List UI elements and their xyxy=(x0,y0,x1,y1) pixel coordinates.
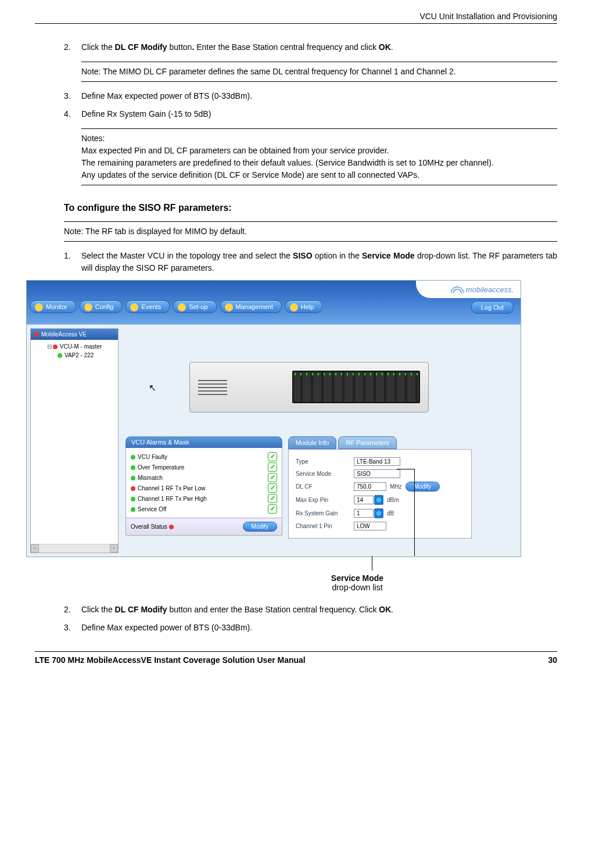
checkbox-icon[interactable]: ✓ xyxy=(268,504,277,514)
cursor-icon: ↖ xyxy=(149,382,156,393)
status-dot-icon xyxy=(34,332,39,337)
rf-type-value xyxy=(354,457,400,466)
maxpin-input[interactable] xyxy=(354,496,374,504)
alarms-modify-button[interactable]: Modify xyxy=(243,522,277,532)
dlcf-modify-button[interactable]: Modify xyxy=(406,482,440,492)
scroll-right-icon[interactable]: › xyxy=(110,544,118,553)
status-dot-icon xyxy=(169,525,174,529)
rf-maxpin-label: Max Exp Pin xyxy=(296,497,354,503)
stepper-icon[interactable] xyxy=(374,495,383,505)
alarm-row: VCU Faulty✓ xyxy=(131,451,277,462)
tab-monitor[interactable]: Monitor xyxy=(30,300,76,313)
tab-management[interactable]: Management xyxy=(220,300,282,313)
status-dot-icon xyxy=(131,507,135,512)
top-nav: Monitor Config Events Set-up Management … xyxy=(30,300,322,313)
rf-rxgain-label: Rx System Gain xyxy=(296,510,354,517)
rf-type-label: Type xyxy=(296,458,354,465)
callout-label: Service Mode drop-down list xyxy=(317,573,398,592)
rxgain-input[interactable] xyxy=(354,509,374,518)
tab-events[interactable]: Events xyxy=(125,300,170,313)
callout-line xyxy=(397,469,415,469)
checkbox-icon[interactable]: ✓ xyxy=(268,483,277,493)
alarm-row: Mismatch✓ xyxy=(131,472,277,483)
rf-dlcf-label: DL CF xyxy=(296,483,354,490)
footer-title: LTE 700 MHz MobileAccessVE Instant Cover… xyxy=(35,655,306,665)
device-image xyxy=(189,362,429,413)
section-heading: To configure the SISO RF parameters: xyxy=(64,203,557,213)
tab-config[interactable]: Config xyxy=(80,300,123,313)
tree-node-vcu[interactable]: ⊟VCU-M - master xyxy=(34,342,118,351)
status-dot-icon xyxy=(53,345,58,349)
callout-line xyxy=(372,556,372,571)
status-dot-icon xyxy=(131,497,135,501)
alarm-row: Over Temperature✓ xyxy=(131,462,277,472)
note-mimo-dlcf: Note: The MIMO DL CF parameter defines t… xyxy=(81,62,557,82)
checkbox-icon[interactable]: ✓ xyxy=(268,494,277,503)
note-rf-default: Note: The RF tab is displayed for MIMO b… xyxy=(64,221,557,242)
overall-status-bar: Overall Status Modify xyxy=(125,518,282,536)
alarms-header: VCU Alarms & Mask xyxy=(125,436,282,448)
logout-button[interactable]: Log Out xyxy=(471,301,514,314)
tree-node-vap[interactable]: VAP2 - 222 xyxy=(34,351,118,360)
scroll-left-icon[interactable]: ‹ xyxy=(31,544,39,553)
step-a4: 4. Define Rx System Gain (-15 to 5dB) xyxy=(64,108,557,120)
tab-module-info[interactable]: Module Info xyxy=(288,436,336,449)
step-b3: 3. Define Max expected power of BTS (0-3… xyxy=(64,622,557,634)
rf-tab-bar: Module Info RF Parameters xyxy=(288,436,397,449)
tree-scrollbar[interactable]: ‹› xyxy=(31,544,118,553)
alarm-row: Channel 1 RF Tx Pwr High✓ xyxy=(131,493,277,504)
status-dot-icon xyxy=(131,465,135,470)
alarms-panel: VCU Alarms & Mask VCU Faulty✓ Over Tempe… xyxy=(125,436,282,536)
ch1pin-value xyxy=(354,522,386,530)
rf-ch1pin-label: Channel 1 Pin xyxy=(296,523,354,529)
topology-tree: MobileAccess VE ⊟VCU-M - master VAP2 - 2… xyxy=(30,328,119,553)
step-b1: 1. Select the Master VCU in the topology… xyxy=(64,250,557,274)
brand-logo: mobileaccess. xyxy=(416,281,521,298)
alarm-row: Channel 1 RF Tx Pwr Low✓ xyxy=(131,483,277,493)
tab-rf-parameters[interactable]: RF Parameters xyxy=(338,436,397,449)
callout-line xyxy=(414,469,415,556)
status-dot-icon xyxy=(131,455,135,460)
stepper-icon[interactable] xyxy=(374,508,383,518)
alarm-row: Service Off✓ xyxy=(131,504,277,514)
step-a2: 2. Click the DL CF Modify button. Enter … xyxy=(64,41,557,53)
page-number: 30 xyxy=(548,655,557,665)
status-dot-icon xyxy=(131,476,135,480)
notes-block: Notes: Max expected Pin and DL CF parame… xyxy=(81,128,557,185)
status-dot-icon xyxy=(131,486,135,491)
step-a3: 3. Define Max expected power of BTS (0-3… xyxy=(64,90,557,102)
status-dot-icon xyxy=(58,353,62,358)
rf-mode-label: Service Mode xyxy=(296,471,354,477)
checkbox-icon[interactable]: ✓ xyxy=(268,462,277,472)
dlcf-input[interactable] xyxy=(354,482,386,491)
app-screenshot: mobileaccess. Monitor Config Events Set-… xyxy=(26,280,521,557)
page-header-right: VCU Unit Installation and Provisioning xyxy=(35,12,557,24)
checkbox-icon[interactable]: ✓ xyxy=(268,452,277,461)
service-mode-dropdown[interactable] xyxy=(354,469,400,478)
rf-parameters-panel: Type Service Mode DL CFMHzModify Max Exp… xyxy=(288,449,472,539)
tab-help[interactable]: Help xyxy=(285,300,323,313)
step-b2: 2. Click the DL CF Modify button and ent… xyxy=(64,604,557,616)
page-footer: LTE 700 MHz MobileAccessVE Instant Cover… xyxy=(35,651,557,665)
tab-setup[interactable]: Set-up xyxy=(173,300,216,313)
tree-header: MobileAccess VE xyxy=(31,329,118,340)
checkbox-icon[interactable]: ✓ xyxy=(268,473,277,482)
